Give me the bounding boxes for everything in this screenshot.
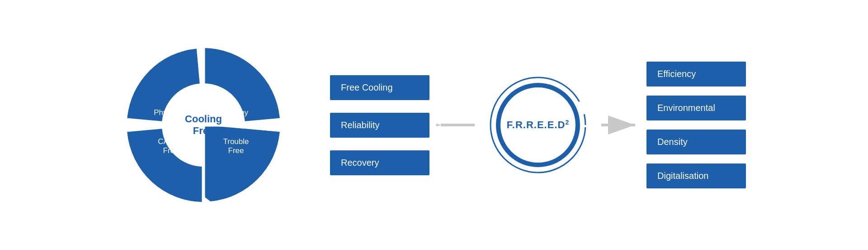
arrow-right [597, 114, 642, 136]
center-circle-section: F.R.R.E.E.D2 [484, 75, 592, 175]
donut-chart: Physically Free Energy Free Trouble Free… [122, 43, 285, 207]
left-boxes: Free Cooling Reliability Recovery [330, 75, 429, 175]
main-diagram: Physically Free Energy Free Trouble Free… [0, 0, 868, 250]
center-circle-label: F.R.R.E.E.D2 [507, 119, 569, 131]
right-box-efficiency: Efficiency [646, 62, 746, 87]
circle-outer: F.R.R.E.E.D2 [488, 75, 588, 175]
left-box-recovery: Recovery [330, 150, 429, 175]
right-box-digitalisation: Digitalisation [646, 163, 746, 188]
left-box-free-cooling: Free Cooling [330, 75, 429, 100]
svg-text:Free: Free [163, 146, 179, 155]
svg-text:Physically: Physically [154, 108, 188, 117]
arrow-left [434, 114, 479, 136]
svg-text:Free: Free [228, 146, 244, 155]
svg-text:CAPEX: CAPEX [158, 137, 184, 146]
right-box-density: Density [646, 130, 746, 154]
left-arrow-svg [436, 114, 477, 136]
right-box-environmental: Environmental [646, 96, 746, 120]
svg-text:Free: Free [228, 117, 244, 126]
svg-text:Trouble: Trouble [223, 137, 249, 146]
right-boxes: Efficiency Environmental Density Digital… [646, 62, 746, 188]
svg-text:Energy: Energy [224, 108, 248, 117]
donut-section: Physically Free Energy Free Trouble Free… [104, 43, 303, 207]
left-box-reliability: Reliability [330, 113, 429, 138]
donut-wrapper: Physically Free Energy Free Trouble Free… [122, 43, 285, 207]
svg-text:Free: Free [163, 117, 179, 126]
right-arrow-svg [599, 114, 640, 136]
